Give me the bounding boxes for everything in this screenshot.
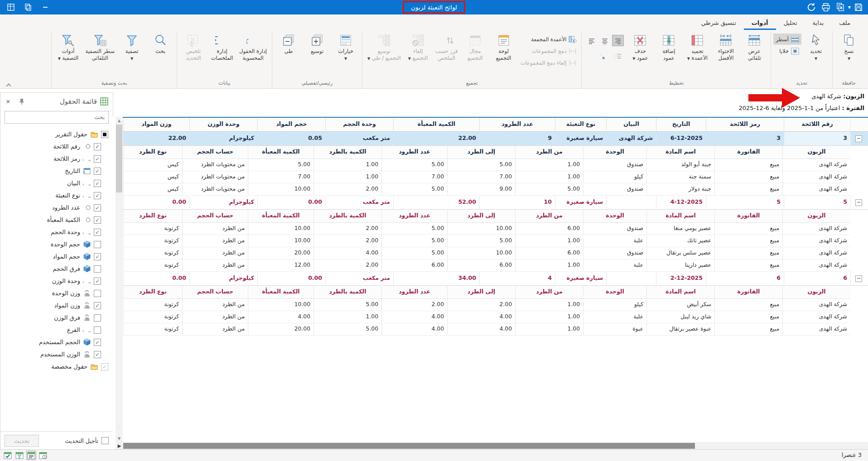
grid-cell[interactable]: علبة bbox=[583, 235, 646, 247]
grid-cell[interactable]: 5.00 bbox=[381, 223, 447, 235]
grid-cell[interactable]: من الطرد bbox=[182, 223, 248, 235]
grid-cell[interactable]: 10.00 bbox=[248, 299, 313, 311]
grid-cell[interactable]: 1.00 bbox=[515, 311, 583, 323]
ribbon-small-button[interactable]: الأعمدة المجمعة bbox=[518, 34, 579, 45]
expand-gutter[interactable]: − bbox=[850, 196, 868, 209]
grid-cell[interactable]: 10.00 bbox=[447, 247, 515, 259]
ribbon-button[interactable]: مجالالتجميع bbox=[461, 31, 489, 62]
grid-cell[interactable]: 10.00 bbox=[248, 223, 313, 235]
grid-cell[interactable]: شركة الهدى bbox=[782, 171, 850, 183]
field-checkbox[interactable]: ✓ bbox=[94, 143, 101, 150]
collapse-group-icon[interactable]: − bbox=[855, 135, 862, 142]
copy-pages-icon[interactable] bbox=[24, 3, 33, 12]
expand-gutter[interactable] bbox=[850, 118, 868, 131]
grid-cell[interactable]: 3 bbox=[784, 132, 850, 145]
grid-cell[interactable]: 5 bbox=[784, 196, 850, 209]
column-header[interactable]: رقم اللائحة bbox=[784, 118, 850, 131]
column-header[interactable]: نوع الطرد bbox=[123, 286, 182, 298]
column-header[interactable]: نوع الطرد bbox=[123, 146, 182, 158]
field-item[interactable]: Aالفرع bbox=[0, 324, 113, 336]
grid-cell[interactable]: 1.00 bbox=[515, 159, 583, 171]
column-header[interactable]: حجم المواد bbox=[257, 118, 325, 131]
save-icon[interactable] bbox=[854, 2, 863, 12]
grid-cell[interactable]: 4-12-2025 bbox=[656, 196, 706, 209]
grid-cell[interactable]: مبيع bbox=[714, 159, 782, 171]
refresh-button[interactable]: تحديث bbox=[5, 435, 39, 447]
grid-cell[interactable]: جبنة أبو الولد bbox=[646, 159, 714, 171]
grid-cell[interactable]: من الطرد bbox=[182, 311, 248, 323]
grid-cell[interactable]: 5.00 bbox=[381, 235, 447, 247]
field-checkbox[interactable]: ✓ bbox=[94, 180, 101, 187]
ribbon-small-button[interactable]: خلايا bbox=[773, 45, 801, 57]
grid-cell[interactable]: عبوة عصير برتقال bbox=[646, 323, 714, 335]
column-header[interactable]: حساب الحجم bbox=[182, 146, 248, 158]
tab-0[interactable]: ملف bbox=[831, 17, 858, 30]
grid-cell[interactable]: سمنة جنة bbox=[646, 171, 714, 183]
column-header[interactable]: الكمية بالطرد bbox=[313, 146, 381, 158]
field-checkbox[interactable]: ✓ bbox=[94, 155, 101, 163]
grid-cell[interactable]: 6.00 bbox=[515, 223, 583, 235]
grid-cell[interactable]: 10.00 bbox=[248, 183, 313, 195]
column-header[interactable]: حساب الحجم bbox=[182, 210, 248, 222]
field-checkbox[interactable]: ✓ bbox=[94, 229, 101, 236]
grid-cell[interactable]: مبيع bbox=[714, 247, 782, 259]
grid-cell[interactable]: سكر أبيض bbox=[646, 299, 714, 311]
grid-cell[interactable]: من الطرد bbox=[182, 259, 248, 271]
grid-cell[interactable]: 7.00 bbox=[447, 171, 515, 183]
grid-cell[interactable]: 5.00 bbox=[313, 299, 381, 311]
align-right-button[interactable] bbox=[612, 35, 624, 46]
grid-cell[interactable]: 20.00 bbox=[248, 323, 313, 335]
column-header[interactable]: البيان bbox=[606, 118, 656, 131]
ribbon-button[interactable]: fxإدارة الحقولالمحسوبة bbox=[236, 31, 270, 62]
field-checkbox[interactable]: ✓ bbox=[94, 168, 101, 175]
field-checkbox[interactable]: ✓ bbox=[94, 253, 101, 260]
grid-cell[interactable]: 10.00 bbox=[447, 223, 515, 235]
field-item[interactable]: حقول التقرير bbox=[0, 128, 113, 140]
field-item[interactable]: ✓Aرمز اللائحة bbox=[0, 153, 113, 165]
field-checkbox[interactable]: ✓ bbox=[94, 216, 101, 224]
column-header[interactable]: نوع الطرد bbox=[123, 210, 182, 222]
ribbon-button[interactable]: Σفرز حسبالملخص bbox=[433, 31, 461, 62]
column-header[interactable]: الكمية المعبأة bbox=[393, 118, 479, 131]
grid-cell[interactable]: من الطرد bbox=[182, 247, 248, 259]
grid-cell[interactable]: مبيع bbox=[714, 223, 782, 235]
column-header[interactable]: الفاتورة bbox=[714, 146, 782, 158]
field-item[interactable]: ✓Aوحدة الوزن bbox=[0, 275, 113, 287]
tab-4[interactable]: تنسيق شرطي bbox=[693, 17, 743, 30]
grid-cell[interactable]: من محتويات الطرد bbox=[182, 159, 248, 171]
grid-cell[interactable]: شركة الهدى bbox=[782, 311, 850, 323]
print-icon[interactable] bbox=[821, 2, 831, 12]
grid-cell[interactable]: 5.00 bbox=[515, 183, 583, 195]
grid-cell[interactable]: عصير دارينا bbox=[646, 259, 714, 271]
field-item[interactable]: ✓حقول مخصصة bbox=[0, 360, 113, 373]
column-header[interactable]: من الطرد bbox=[515, 286, 583, 298]
field-checkbox[interactable]: ✓ bbox=[94, 302, 101, 309]
scroll-left-icon[interactable]: ▶ bbox=[116, 442, 123, 450]
grid-cell[interactable]: 6 bbox=[784, 272, 850, 285]
ribbon-button[interactable]: تجميدالأعمدة ▼ bbox=[683, 31, 711, 62]
grid-cell[interactable] bbox=[606, 196, 656, 209]
column-header[interactable]: الكمية المعبأة bbox=[248, 146, 313, 158]
vertical-scrollbar[interactable]: ▲ ▼ bbox=[116, 117, 123, 442]
grid-cell[interactable]: 20.00 bbox=[248, 247, 313, 259]
column-header[interactable]: وحدة الحجم bbox=[325, 118, 393, 131]
column-header[interactable]: رمز اللائحة bbox=[706, 118, 784, 131]
grid-cell[interactable]: 22.00 bbox=[393, 132, 479, 145]
column-header[interactable]: إلى الطرد bbox=[447, 210, 515, 222]
grid-cell[interactable]: 1.00 bbox=[515, 299, 583, 311]
field-item[interactable]: ✓KGوزن المواد bbox=[0, 299, 113, 312]
grid-cell[interactable]: 5 bbox=[706, 196, 784, 209]
field-item[interactable]: ✓1رقم اللائحة bbox=[0, 140, 113, 153]
grid-cell[interactable]: كرتونة bbox=[123, 299, 182, 311]
grid-cell[interactable]: 2.00 bbox=[381, 299, 447, 311]
app-grid-icon[interactable] bbox=[6, 3, 15, 12]
grid-cell[interactable]: شركة الهدى bbox=[782, 183, 850, 195]
grid-cell[interactable]: 4.00 bbox=[313, 247, 381, 259]
field-checkbox[interactable]: ✓ bbox=[94, 339, 101, 346]
grid-cell[interactable]: 2.00 bbox=[447, 299, 515, 311]
grid-cell[interactable]: 6-12-2025 bbox=[656, 132, 706, 145]
ribbon-button[interactable]: الاحتواءالأفضل bbox=[712, 31, 740, 62]
grid-cell[interactable]: 9 bbox=[479, 132, 555, 145]
grid-cell[interactable]: علبة bbox=[583, 311, 646, 323]
grid-cell[interactable]: كرتونة bbox=[123, 323, 182, 335]
